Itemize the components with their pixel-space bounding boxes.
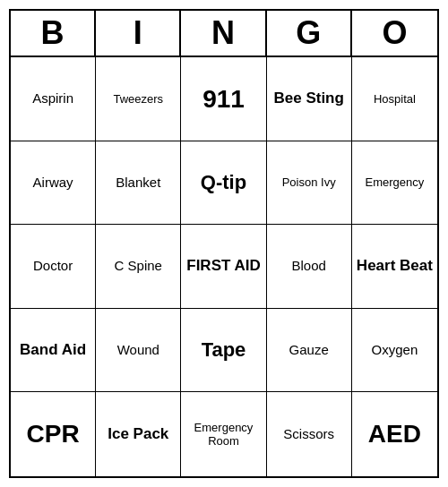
bingo-cell-11: C Spine: [96, 225, 181, 309]
bingo-cell-14: Heart Beat: [352, 225, 437, 309]
header-letter-B: B: [11, 11, 96, 56]
bingo-cell-1: Tweezers: [96, 57, 181, 141]
header-letter-G: G: [267, 11, 352, 56]
bingo-cell-16: Wound: [96, 309, 181, 393]
bingo-cell-3: Bee Sting: [267, 57, 352, 141]
bingo-cell-6: Blanket: [96, 141, 181, 226]
bingo-cell-19: Oxygen: [352, 309, 437, 393]
bingo-cell-12: FIRST AID: [181, 225, 266, 309]
bingo-cell-5: Airway: [11, 141, 96, 226]
header-letter-O: O: [352, 11, 437, 56]
bingo-cell-18: Gauze: [267, 309, 352, 393]
header-letter-N: N: [181, 11, 266, 56]
header-letter-I: I: [96, 11, 181, 56]
bingo-cell-21: Ice Pack: [96, 392, 181, 476]
bingo-cell-4: Hospital: [352, 57, 437, 141]
bingo-header: BINGO: [11, 11, 437, 57]
bingo-cell-13: Blood: [267, 225, 352, 309]
bingo-cell-9: Emergency: [352, 141, 437, 226]
bingo-card: BINGO AspirinTweezers911Bee StingHospita…: [9, 9, 439, 478]
bingo-cell-15: Band Aid: [11, 309, 96, 393]
bingo-cell-2: 911: [181, 57, 266, 141]
bingo-grid: AspirinTweezers911Bee StingHospitalAirwa…: [11, 57, 437, 476]
bingo-cell-17: Tape: [181, 309, 266, 393]
bingo-cell-20: CPR: [11, 392, 96, 476]
bingo-cell-10: Doctor: [11, 225, 96, 309]
bingo-cell-23: Scissors: [267, 392, 352, 476]
bingo-cell-24: AED: [352, 392, 437, 476]
bingo-cell-8: Poison Ivy: [267, 141, 352, 226]
bingo-cell-0: Aspirin: [11, 57, 96, 141]
bingo-cell-22: Emergency Room: [181, 392, 266, 476]
bingo-cell-7: Q-tip: [181, 141, 266, 226]
